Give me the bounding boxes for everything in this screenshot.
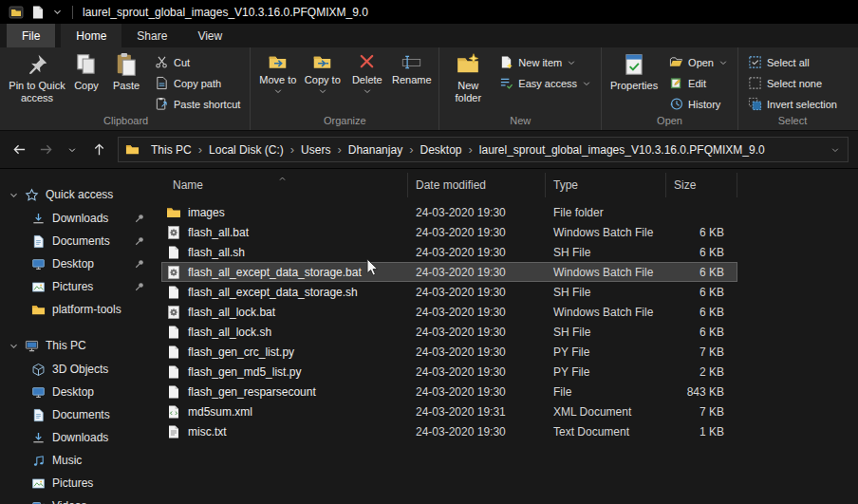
pictures-icon: [31, 280, 46, 294]
sidebar-section-header[interactable]: Quick access: [0, 182, 154, 207]
sidebar-item-music[interactable]: Music: [0, 449, 154, 472]
file-name: flash_all_except_data_storage.sh: [188, 286, 358, 299]
history-button[interactable]: History: [664, 94, 733, 114]
forward-button[interactable]: [33, 138, 58, 162]
sidebar-item-platform-tools[interactable]: platform-tools: [0, 298, 154, 321]
up-button[interactable]: [86, 138, 111, 162]
file-size: 6 KB: [666, 226, 737, 239]
breadcrumb[interactable]: This PC›Local Disk (C:)›Users›Dhananjay›…: [118, 137, 849, 162]
sidebar-item-label: Documents: [52, 408, 110, 421]
cut-icon: [155, 55, 169, 69]
tab-home[interactable]: Home: [61, 24, 121, 47]
cut-label: Cut: [174, 57, 190, 68]
expand-chevron-icon[interactable]: [9, 190, 19, 200]
file-row[interactable]: flash_all_lock.bat 24-03-2020 19:30 Wind…: [161, 302, 737, 322]
back-button[interactable]: [7, 138, 31, 162]
file-name: flash_gen_crc_list.py: [188, 345, 294, 359]
sidebar-item-label: Downloads: [52, 431, 108, 444]
paste-button[interactable]: Paste: [105, 49, 147, 92]
file-name: flash_all.sh: [188, 246, 245, 259]
chevron-down-icon: [273, 86, 283, 96]
move-to-button[interactable]: Move to: [255, 49, 300, 96]
pin-to-quick-access-button[interactable]: Pin to Quick access: [7, 49, 67, 103]
column-header-type[interactable]: Type: [546, 173, 666, 197]
open-icon: [669, 55, 683, 69]
location-folder-icon: [125, 142, 140, 157]
edit-button[interactable]: Edit: [664, 73, 733, 93]
sidebar-item-desktop[interactable]: Desktop: [0, 381, 154, 403]
cut-button[interactable]: Cut: [150, 52, 245, 72]
select-all-button[interactable]: Select all: [743, 52, 842, 72]
qat-dropdown-icon[interactable]: [52, 7, 63, 17]
sidebar-item-pictures[interactable]: Pictures: [0, 275, 154, 298]
open-button[interactable]: Open: [664, 52, 733, 72]
chevron-down-icon: [718, 58, 728, 67]
file-explorer-window: laurel_sprout_global_images_V10.3.16.0.P…: [0, 0, 858, 504]
copy-to-button[interactable]: Copy to: [300, 49, 345, 96]
desktop-icon: [31, 257, 46, 271]
copy-button[interactable]: Copy: [67, 49, 105, 92]
file-date-modified: 24-03-2020 19:30: [408, 226, 546, 239]
file-row[interactable]: flash_gen_resparsecount 24-03-2020 19:30…: [161, 382, 737, 401]
copy-path-button[interactable]: Copy path: [150, 73, 245, 93]
pin-icon: [134, 258, 145, 270]
file-row[interactable]: misc.txt 24-03-2020 19:30 Text Document …: [161, 421, 737, 441]
sidebar-item-videos[interactable]: Videos: [0, 495, 154, 504]
sidebar-item-desktop[interactable]: Desktop: [0, 252, 154, 275]
file-row[interactable]: flash_all_lock.sh 24-03-2020 19:30 SH Fi…: [161, 322, 737, 342]
file-type: File: [546, 385, 666, 399]
chevron-down-icon: [318, 86, 327, 96]
sidebar-item-documents[interactable]: Documents: [0, 230, 154, 252]
tab-share[interactable]: Share: [121, 24, 182, 47]
file-row[interactable]: flash_all_except_data_storage.bat 24-03-…: [161, 262, 737, 282]
sidebar-item-documents[interactable]: Documents: [0, 403, 154, 426]
file-row[interactable]: md5sum.xml 24-03-2020 19:31 XML Document…: [161, 401, 737, 421]
sort-ascending-icon: [277, 173, 288, 181]
select-none-button[interactable]: Select none: [743, 73, 842, 93]
file-row[interactable]: flash_gen_crc_list.py 24-03-2020 19:30 P…: [161, 342, 737, 362]
file-row[interactable]: flash_gen_md5_list.py 24-03-2020 19:30 P…: [161, 362, 737, 382]
breadcrumb-item[interactable]: laurel_sprout_global_images_V10.3.16.0.P…: [473, 143, 772, 157]
easy-access-button[interactable]: Easy access: [494, 73, 596, 93]
column-header-date-modified[interactable]: Date modified: [408, 173, 546, 197]
new-folder-button[interactable]: New folder: [444, 49, 492, 103]
recent-locations-button[interactable]: [60, 138, 84, 162]
breadcrumb-item[interactable]: This PC: [144, 143, 198, 157]
column-headers: Name Date modified Type Size: [161, 173, 858, 197]
tab-view[interactable]: View: [182, 24, 237, 47]
file-row[interactable]: flash_all.sh 24-03-2020 19:30 SH File 6 …: [161, 242, 737, 262]
file-row[interactable]: flash_all_except_data_storage.sh 24-03-2…: [161, 282, 737, 302]
select-group-label: Select: [743, 114, 842, 130]
breadcrumb-item[interactable]: Dhananjay: [342, 143, 409, 157]
qat-properties-icon[interactable]: [30, 5, 46, 20]
sidebar-item-3d-objects[interactable]: 3D Objects: [0, 358, 154, 381]
delete-button[interactable]: Delete: [345, 49, 389, 96]
new-item-button[interactable]: New item: [494, 52, 596, 72]
address-dropdown-icon[interactable]: [827, 141, 844, 159]
sidebar-item-downloads[interactable]: Downloads: [0, 426, 154, 449]
file-type: SH File: [546, 326, 666, 339]
sidebar-item-label: Videos: [52, 499, 86, 504]
breadcrumb-item[interactable]: Desktop: [413, 143, 468, 157]
breadcrumb-item[interactable]: Local Disk (C:): [202, 143, 290, 157]
file-row[interactable]: flash_all.bat 24-03-2020 19:30 Windows B…: [161, 222, 737, 242]
column-header-size[interactable]: Size: [666, 173, 737, 197]
file-row[interactable]: images 24-03-2020 19:30 File folder: [161, 202, 737, 222]
paste-shortcut-button[interactable]: Paste shortcut: [150, 94, 245, 114]
sidebar-item-pictures[interactable]: Pictures: [0, 472, 154, 495]
invert-selection-label: Invert selection: [767, 99, 837, 110]
rename-button[interactable]: Rename: [389, 49, 434, 85]
column-header-name[interactable]: Name: [161, 173, 408, 197]
new-item-label: New item: [518, 57, 562, 68]
ribbon-group-new: New folder New item Easy access New: [439, 47, 602, 130]
tab-file[interactable]: File: [7, 24, 55, 47]
invert-selection-button[interactable]: Invert selection: [743, 94, 842, 114]
expand-chevron-icon[interactable]: [9, 341, 19, 351]
sidebar-item-downloads[interactable]: Downloads: [0, 207, 154, 230]
sidebar-section-header[interactable]: This PC: [0, 333, 154, 358]
file-type: SH File: [546, 246, 666, 259]
file-name: misc.txt: [188, 425, 227, 439]
paste-shortcut-icon: [155, 97, 169, 111]
breadcrumb-item[interactable]: Users: [294, 143, 337, 157]
properties-button[interactable]: Properties: [606, 49, 662, 92]
